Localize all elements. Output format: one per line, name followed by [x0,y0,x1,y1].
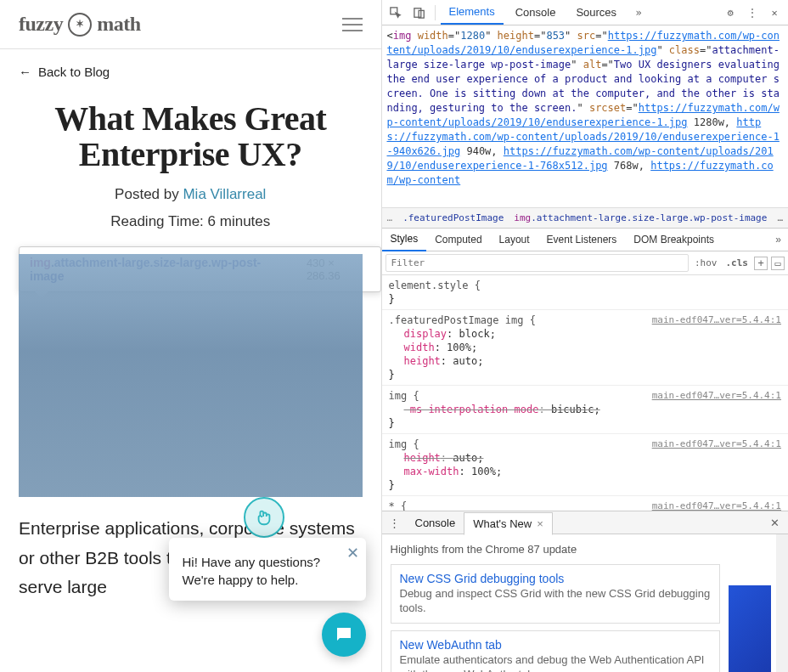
back-to-blog-link[interactable]: ← Back to Blog [0,49,381,86]
chat-popup[interactable]: ✕ Hi! Have any questions? We're happy to… [169,538,366,601]
site-logo[interactable]: fuzzy ✶ math [19,13,141,37]
styles-pane[interactable]: element.style {}.featuredPostImage img {… [382,275,789,511]
style-rule[interactable]: element.style {} [382,275,789,310]
devtools-toolbar: Elements Console Sources » ⚙ ⋮ ✕ [382,0,789,25]
whatsnew-headline: Highlights from the Chrome 87 update [391,541,721,564]
subtab-event-listeners[interactable]: Event Listeners [538,229,626,251]
styles-filter-bar: :hov .cls + ▭ [382,251,789,275]
reading-time: Reading Time: 6 minutes [0,208,381,246]
box-model-toggle[interactable]: ▭ [771,257,785,270]
whatsnew-card[interactable]: New CSS Grid debugging toolsDebug and in… [391,564,721,624]
style-rule[interactable]: img {main-edf047…ver=5.4.4:1height: auto… [382,434,789,496]
gear-icon[interactable]: ⚙ [720,3,740,23]
chat-launcher-button[interactable] [322,613,366,657]
crumb-more[interactable]: … [777,212,783,223]
device-toggle-icon[interactable] [409,3,430,23]
drawer-tab-console[interactable]: Console [407,512,464,534]
whatsnew-card[interactable]: New WebAuthn tabEmulate authenticators a… [391,630,721,672]
more-tabs-icon[interactable]: » [628,3,649,23]
subtab-computed[interactable]: Computed [426,229,490,251]
close-icon[interactable]: × [537,517,543,530]
logo-text-2: math [97,13,140,36]
drawer-close-icon[interactable]: ✕ [762,517,788,529]
tab-console[interactable]: Console [507,1,565,24]
drawer-tabs: ⋮ Console What's New× ✕ [382,511,789,534]
tab-sources[interactable]: Sources [567,1,625,24]
style-rule[interactable]: .featuredPostImage img {main-edf047…ver=… [382,310,789,386]
close-icon[interactable]: ✕ [346,543,359,564]
page-title: What Makes Great Enterprise UX? [0,86,381,181]
drawer-tab-whatsnew[interactable]: What's New× [464,512,553,535]
close-icon[interactable]: ✕ [764,3,785,23]
featured-post-image[interactable] [19,254,363,497]
crumb-current[interactable]: img.attachment-large.size-large.wp-post-… [514,212,767,223]
style-rule[interactable]: * {main-edf047…ver=5.4.4:1margin: ▸0;} [382,496,789,511]
byline: Posted by Mia Villarreal [0,181,381,208]
styles-tabs: Styles Computed Layout Event Listeners D… [382,228,789,251]
website-pane: fuzzy ✶ math ← Back to Blog What Makes G… [0,0,382,672]
style-rule[interactable]: img {main-edf047…ver=5.4.4:1-ms-interpol… [382,386,789,434]
inspect-icon[interactable] [386,3,406,23]
logo-text-1: fuzzy [19,13,63,36]
subtab-styles[interactable]: Styles [382,228,427,251]
svg-rect-1 [414,8,420,17]
styles-filter-input[interactable] [386,254,690,272]
back-link-label: Back to Blog [38,65,110,79]
devtools-panel: Elements Console Sources » ⚙ ⋮ ✕ <img wi… [382,0,789,672]
byline-prefix: Posted by [115,186,183,202]
new-rule-button[interactable]: + [754,257,768,270]
whatsnew-graphic [729,585,771,672]
crumb-parent[interactable]: .featuredPostImage [402,212,504,223]
drawer-menu-icon[interactable]: ⋮ [382,517,407,529]
whatsnew-panel: Highlights from the Chrome 87 update New… [382,534,789,672]
badge-icon[interactable] [244,497,284,538]
cls-toggle[interactable]: .cls [723,257,751,268]
scrollbar[interactable] [776,534,788,672]
logo-icon: ✶ [68,13,92,37]
tab-elements[interactable]: Elements [441,0,504,25]
crumb-ellipsis: … [387,212,393,223]
subtab-more-icon[interactable]: » [768,234,788,246]
hov-toggle[interactable]: :hov [692,257,720,268]
subtab-dom-breakpoints[interactable]: DOM Breakpoints [625,229,723,251]
kebab-icon[interactable]: ⋮ [742,3,763,23]
subtab-layout[interactable]: Layout [491,229,538,251]
menu-icon[interactable] [342,18,363,31]
chat-popup-text: Hi! Have any questions? We're happy to h… [183,555,321,587]
breadcrumb[interactable]: … .featuredPostImage img.attachment-larg… [382,207,789,228]
arrow-left-icon: ← [19,65,31,79]
elements-html-tree[interactable]: <img width="1280" height="853" src="http… [382,25,789,207]
author-link[interactable]: Mia Villarreal [183,186,266,202]
site-header: fuzzy ✶ math [0,0,381,49]
